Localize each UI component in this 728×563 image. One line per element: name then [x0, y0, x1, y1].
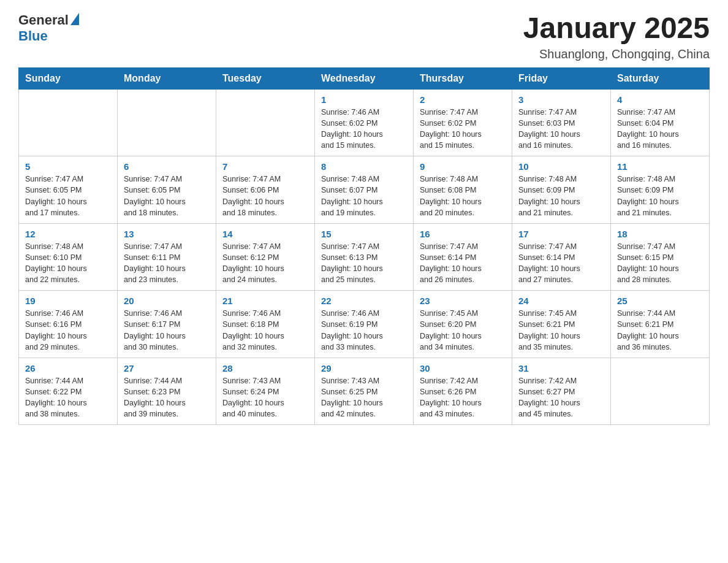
calendar-cell: 5Sunrise: 7:47 AM Sunset: 6:05 PM Daylig… — [19, 156, 118, 224]
day-info: Sunrise: 7:47 AM Sunset: 6:04 PM Dayligh… — [617, 107, 703, 151]
day-info: Sunrise: 7:47 AM Sunset: 6:12 PM Dayligh… — [222, 241, 308, 286]
day-info: Sunrise: 7:47 AM Sunset: 6:06 PM Dayligh… — [222, 174, 308, 218]
day-info: Sunrise: 7:47 AM Sunset: 6:03 PM Dayligh… — [518, 107, 604, 151]
day-number: 7 — [222, 161, 308, 172]
day-number: 5 — [25, 161, 111, 172]
calendar-body: 1Sunrise: 7:46 AM Sunset: 6:02 PM Daylig… — [19, 89, 710, 425]
weekday-header-monday: Monday — [118, 67, 216, 89]
calendar-cell: 29Sunrise: 7:43 AM Sunset: 6:25 PM Dayli… — [315, 358, 414, 425]
logo-blue-text: Blue — [18, 28, 48, 44]
day-info: Sunrise: 7:48 AM Sunset: 6:10 PM Dayligh… — [25, 241, 111, 286]
day-number: 24 — [518, 296, 604, 306]
calendar-week-1: 1Sunrise: 7:46 AM Sunset: 6:02 PM Daylig… — [19, 89, 710, 156]
calendar-cell — [611, 358, 710, 425]
calendar-cell: 27Sunrise: 7:44 AM Sunset: 6:23 PM Dayli… — [118, 358, 216, 425]
day-info: Sunrise: 7:47 AM Sunset: 6:05 PM Dayligh… — [25, 174, 111, 218]
calendar-cell: 14Sunrise: 7:47 AM Sunset: 6:12 PM Dayli… — [216, 223, 315, 291]
day-number: 27 — [124, 363, 210, 373]
day-number: 30 — [420, 363, 506, 373]
calendar-cell: 23Sunrise: 7:45 AM Sunset: 6:20 PM Dayli… — [414, 291, 512, 358]
calendar-cell: 1Sunrise: 7:46 AM Sunset: 6:02 PM Daylig… — [315, 89, 414, 156]
day-number: 18 — [617, 229, 703, 239]
calendar-cell: 30Sunrise: 7:42 AM Sunset: 6:26 PM Dayli… — [414, 358, 512, 425]
calendar-cell: 20Sunrise: 7:46 AM Sunset: 6:17 PM Dayli… — [118, 291, 216, 358]
calendar-cell: 18Sunrise: 7:47 AM Sunset: 6:15 PM Dayli… — [611, 223, 710, 291]
day-info: Sunrise: 7:47 AM Sunset: 6:05 PM Dayligh… — [124, 174, 210, 218]
day-number: 6 — [124, 161, 210, 172]
logo-triangle-icon — [70, 13, 79, 25]
calendar-cell: 19Sunrise: 7:46 AM Sunset: 6:16 PM Dayli… — [19, 291, 118, 358]
day-number: 25 — [617, 296, 703, 306]
day-number: 4 — [617, 94, 703, 105]
calendar-cell: 31Sunrise: 7:42 AM Sunset: 6:27 PM Dayli… — [512, 358, 611, 425]
day-info: Sunrise: 7:46 AM Sunset: 6:17 PM Dayligh… — [124, 308, 210, 353]
day-number: 31 — [518, 363, 604, 373]
day-info: Sunrise: 7:44 AM Sunset: 6:21 PM Dayligh… — [617, 308, 703, 353]
page-header: General Blue January 2025 Shuanglong, Ch… — [18, 12, 710, 61]
calendar-cell: 28Sunrise: 7:43 AM Sunset: 6:24 PM Dayli… — [216, 358, 315, 425]
day-number: 15 — [321, 229, 407, 239]
day-number: 8 — [321, 161, 407, 172]
calendar-cell: 2Sunrise: 7:47 AM Sunset: 6:02 PM Daylig… — [414, 89, 512, 156]
day-info: Sunrise: 7:43 AM Sunset: 6:25 PM Dayligh… — [321, 375, 407, 420]
calendar-cell: 10Sunrise: 7:48 AM Sunset: 6:09 PM Dayli… — [512, 156, 611, 224]
day-info: Sunrise: 7:45 AM Sunset: 6:20 PM Dayligh… — [420, 308, 506, 353]
day-number: 11 — [617, 161, 703, 172]
day-number: 1 — [321, 94, 407, 105]
day-number: 26 — [25, 363, 111, 373]
calendar-cell: 15Sunrise: 7:47 AM Sunset: 6:13 PM Dayli… — [315, 223, 414, 291]
calendar-cell: 9Sunrise: 7:48 AM Sunset: 6:08 PM Daylig… — [414, 156, 512, 224]
day-info: Sunrise: 7:47 AM Sunset: 6:02 PM Dayligh… — [420, 107, 506, 151]
day-info: Sunrise: 7:48 AM Sunset: 6:09 PM Dayligh… — [518, 174, 604, 218]
title-block: January 2025 Shuanglong, Chongqing, Chin… — [523, 12, 710, 61]
calendar-week-3: 12Sunrise: 7:48 AM Sunset: 6:10 PM Dayli… — [19, 223, 710, 291]
calendar-subtitle: Shuanglong, Chongqing, China — [523, 47, 710, 61]
day-number: 20 — [124, 296, 210, 306]
calendar-cell — [216, 89, 315, 156]
calendar-cell — [19, 89, 118, 156]
day-number: 17 — [518, 229, 604, 239]
logo: General Blue — [18, 12, 79, 44]
day-info: Sunrise: 7:47 AM Sunset: 6:15 PM Dayligh… — [617, 241, 703, 286]
calendar-cell: 22Sunrise: 7:46 AM Sunset: 6:19 PM Dayli… — [315, 291, 414, 358]
day-info: Sunrise: 7:45 AM Sunset: 6:21 PM Dayligh… — [518, 308, 604, 353]
calendar-week-2: 5Sunrise: 7:47 AM Sunset: 6:05 PM Daylig… — [19, 156, 710, 224]
weekday-header-row: SundayMondayTuesdayWednesdayThursdayFrid… — [19, 67, 710, 89]
logo-general-text: General — [18, 12, 69, 28]
day-info: Sunrise: 7:47 AM Sunset: 6:11 PM Dayligh… — [124, 241, 210, 286]
calendar-cell: 25Sunrise: 7:44 AM Sunset: 6:21 PM Dayli… — [611, 291, 710, 358]
day-number: 19 — [25, 296, 111, 306]
calendar-cell: 13Sunrise: 7:47 AM Sunset: 6:11 PM Dayli… — [118, 223, 216, 291]
day-number: 16 — [420, 229, 506, 239]
day-info: Sunrise: 7:47 AM Sunset: 6:13 PM Dayligh… — [321, 241, 407, 286]
calendar-cell: 3Sunrise: 7:47 AM Sunset: 6:03 PM Daylig… — [512, 89, 611, 156]
calendar-cell: 17Sunrise: 7:47 AM Sunset: 6:14 PM Dayli… — [512, 223, 611, 291]
day-number: 23 — [420, 296, 506, 306]
day-number: 2 — [420, 94, 506, 105]
calendar-cell: 12Sunrise: 7:48 AM Sunset: 6:10 PM Dayli… — [19, 223, 118, 291]
day-info: Sunrise: 7:48 AM Sunset: 6:08 PM Dayligh… — [420, 174, 506, 218]
day-number: 10 — [518, 161, 604, 172]
calendar-cell: 6Sunrise: 7:47 AM Sunset: 6:05 PM Daylig… — [118, 156, 216, 224]
day-info: Sunrise: 7:42 AM Sunset: 6:27 PM Dayligh… — [518, 375, 604, 420]
day-info: Sunrise: 7:47 AM Sunset: 6:14 PM Dayligh… — [518, 241, 604, 286]
weekday-header-sunday: Sunday — [19, 67, 118, 89]
calendar-cell: 24Sunrise: 7:45 AM Sunset: 6:21 PM Dayli… — [512, 291, 611, 358]
calendar-header: SundayMondayTuesdayWednesdayThursdayFrid… — [19, 67, 710, 89]
day-number: 13 — [124, 229, 210, 239]
calendar-week-4: 19Sunrise: 7:46 AM Sunset: 6:16 PM Dayli… — [19, 291, 710, 358]
day-info: Sunrise: 7:46 AM Sunset: 6:18 PM Dayligh… — [222, 308, 308, 353]
weekday-header-thursday: Thursday — [414, 67, 512, 89]
day-info: Sunrise: 7:46 AM Sunset: 6:19 PM Dayligh… — [321, 308, 407, 353]
calendar-cell: 11Sunrise: 7:48 AM Sunset: 6:09 PM Dayli… — [611, 156, 710, 224]
day-info: Sunrise: 7:47 AM Sunset: 6:14 PM Dayligh… — [420, 241, 506, 286]
calendar-cell — [118, 89, 216, 156]
day-info: Sunrise: 7:46 AM Sunset: 6:16 PM Dayligh… — [25, 308, 111, 353]
calendar-cell: 8Sunrise: 7:48 AM Sunset: 6:07 PM Daylig… — [315, 156, 414, 224]
calendar-cell: 21Sunrise: 7:46 AM Sunset: 6:18 PM Dayli… — [216, 291, 315, 358]
day-info: Sunrise: 7:48 AM Sunset: 6:07 PM Dayligh… — [321, 174, 407, 218]
day-number: 14 — [222, 229, 308, 239]
day-number: 3 — [518, 94, 604, 105]
day-number: 21 — [222, 296, 308, 306]
day-info: Sunrise: 7:42 AM Sunset: 6:26 PM Dayligh… — [420, 375, 506, 420]
